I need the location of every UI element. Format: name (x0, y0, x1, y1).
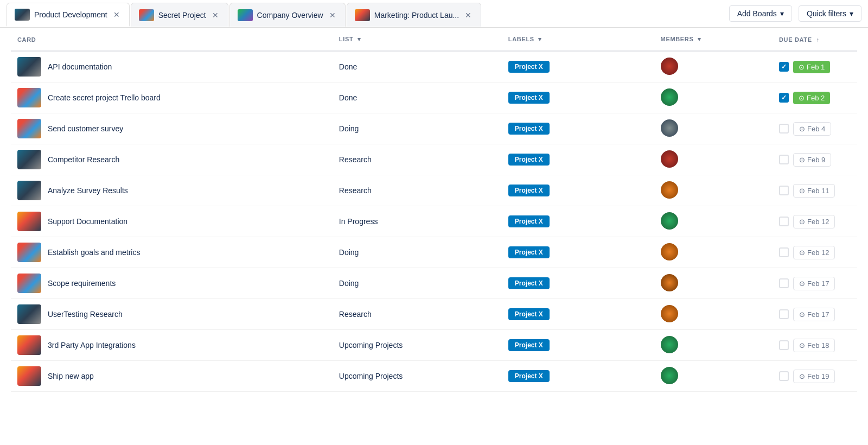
duedate-cell-7[interactable]: ⊙ Feb 12 (773, 237, 857, 268)
tab-close-marketing[interactable]: ✕ (463, 10, 473, 20)
labels-cell-7[interactable]: Project X (502, 237, 654, 268)
labels-cell-4[interactable]: Project X (502, 144, 654, 175)
add-boards-button[interactable]: Add Boards ▾ (729, 5, 792, 22)
list-cell-3: Doing (333, 113, 502, 144)
card-cell-4[interactable]: Competitor Research (11, 144, 333, 175)
duedate-cell-2[interactable]: ⊙ Feb 2 (773, 82, 857, 113)
labels-cell-2[interactable]: Project X (502, 82, 654, 113)
due-check-7[interactable] (779, 247, 789, 257)
due-check-5[interactable] (779, 186, 789, 195)
members-cell-4[interactable] (654, 144, 773, 175)
due-check-9[interactable] (779, 309, 789, 319)
card-cell-10[interactable]: 3rd Party App Integrations (11, 330, 333, 361)
labels-cell-6[interactable]: Project X (502, 206, 654, 237)
table-row: Establish goals and metrics DoingProject… (11, 237, 857, 268)
tab-product-development[interactable]: Product Development ✕ (7, 3, 130, 27)
members-cell-11[interactable] (654, 361, 773, 392)
tab-company-overview[interactable]: Company Overview ✕ (229, 3, 346, 27)
due-check-1[interactable] (779, 62, 789, 72)
duedate-cell-6[interactable]: ⊙ Feb 12 (773, 206, 857, 237)
card-thumb-9 (17, 304, 41, 324)
tab-marketing[interactable]: Marketing: Product Lau... ✕ (347, 3, 481, 27)
card-cell-11[interactable]: Ship new app (11, 361, 333, 392)
members-cell-9[interactable] (654, 299, 773, 330)
card-title-10: 3rd Party App Integrations (48, 341, 136, 349)
card-cell-7[interactable]: Establish goals and metrics (11, 237, 333, 268)
col-header-members[interactable]: MEMBERS ▾ (654, 28, 773, 51)
due-badge-6: ⊙ Feb 12 (793, 215, 835, 228)
duedate-cell-11[interactable]: ⊙ Feb 19 (773, 361, 857, 392)
card-cell-9[interactable]: UserTesting Research (11, 299, 333, 330)
due-check-2[interactable] (779, 93, 789, 103)
members-cell-7[interactable] (654, 237, 773, 268)
clock-icon-2: ⊙ (799, 94, 805, 102)
card-cell-2[interactable]: Create secret project Trello board (11, 82, 333, 113)
members-cell-5[interactable] (654, 175, 773, 206)
card-cell-3[interactable]: Send customer survey (11, 113, 333, 144)
duedate-cell-4[interactable]: ⊙ Feb 9 (773, 144, 857, 175)
card-cell-1[interactable]: API documentation (11, 51, 333, 82)
table-row: Create secret project Trello board DoneP… (11, 82, 857, 113)
card-cell-8[interactable]: Scope requirements (11, 268, 333, 299)
labels-cell-9[interactable]: Project X (502, 299, 654, 330)
labels-cell-10[interactable]: Project X (502, 330, 654, 361)
clock-icon-5: ⊙ (799, 187, 805, 195)
due-check-6[interactable] (779, 217, 789, 226)
label-badge-6: Project X (508, 215, 550, 227)
due-badge-2: ⊙ Feb 2 (793, 92, 830, 104)
duedate-cell-10[interactable]: ⊙ Feb 18 (773, 330, 857, 361)
duedate-cell-8[interactable]: ⊙ Feb 17 (773, 268, 857, 299)
card-cell-5[interactable]: Analyze Survey Results (11, 175, 333, 206)
col-header-duedate[interactable]: DUE DATE ↑ (773, 28, 857, 51)
due-date-text-3: Feb 4 (807, 125, 825, 133)
members-cell-6[interactable] (654, 206, 773, 237)
col-header-card[interactable]: CARD (11, 28, 333, 51)
tab-secret-project[interactable]: Secret Project ✕ (131, 3, 228, 27)
label-badge-8: Project X (508, 277, 550, 289)
labels-cell-11[interactable]: Project X (502, 361, 654, 392)
due-check-11[interactable] (779, 371, 789, 381)
list-cell-7: Doing (333, 237, 502, 268)
duedate-cell-1[interactable]: ⊙ Feb 1 (773, 51, 857, 82)
table-row: Support Documentation In ProgressProject… (11, 206, 857, 237)
due-date-text-5: Feb 11 (807, 187, 829, 195)
quick-filters-button[interactable]: Quick filters ▾ (799, 5, 861, 22)
label-badge-2: Project X (508, 92, 550, 104)
card-thumb-2 (17, 88, 41, 107)
avatar-10 (661, 336, 678, 353)
labels-cell-1[interactable]: Project X (502, 51, 654, 82)
members-cell-2[interactable] (654, 82, 773, 113)
card-cell-6[interactable]: Support Documentation (11, 206, 333, 237)
clock-icon-10: ⊙ (799, 341, 805, 349)
tab-close-secret[interactable]: ✕ (210, 10, 220, 20)
quick-filters-label: Quick filters (807, 9, 846, 18)
card-title-1: API documentation (48, 62, 112, 71)
card-thumb-7 (17, 243, 41, 262)
due-check-8[interactable] (779, 278, 789, 288)
list-cell-9: Research (333, 299, 502, 330)
labels-cell-3[interactable]: Project X (502, 113, 654, 144)
due-date-text-4: Feb 9 (807, 156, 825, 164)
members-cell-3[interactable] (654, 113, 773, 144)
members-cell-10[interactable] (654, 330, 773, 361)
due-check-4[interactable] (779, 155, 789, 164)
col-header-labels[interactable]: LABELS ▾ (502, 28, 654, 51)
clock-icon-4: ⊙ (799, 156, 805, 164)
tab-close-company[interactable]: ✕ (328, 10, 337, 20)
label-badge-4: Project X (508, 154, 550, 166)
members-cell-1[interactable] (654, 51, 773, 82)
tab-close-product[interactable]: ✕ (112, 10, 122, 20)
tab-thumb-company (238, 9, 253, 21)
labels-cell-8[interactable]: Project X (502, 268, 654, 299)
duedate-cell-3[interactable]: ⊙ Feb 4 (773, 113, 857, 144)
duedate-cell-5[interactable]: ⊙ Feb 11 (773, 175, 857, 206)
tab-bar: Product Development ✕ Secret Project ✕ C… (0, 0, 868, 28)
due-check-3[interactable] (779, 124, 789, 134)
due-check-10[interactable] (779, 340, 789, 350)
tab-label-marketing: Marketing: Product Lau... (374, 11, 459, 20)
duedate-cell-9[interactable]: ⊙ Feb 17 (773, 299, 857, 330)
labels-cell-5[interactable]: Project X (502, 175, 654, 206)
col-header-list[interactable]: LIST ▾ (333, 28, 502, 51)
members-cell-8[interactable] (654, 268, 773, 299)
list-cell-6: In Progress (333, 206, 502, 237)
